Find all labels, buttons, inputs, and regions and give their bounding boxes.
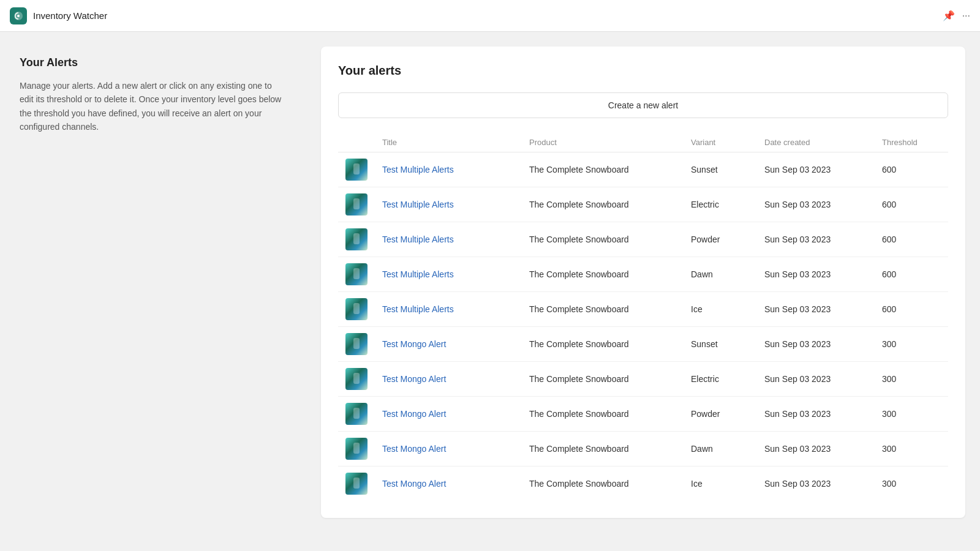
- date-created-cell: Sun Sep 03 2023: [757, 257, 875, 292]
- date-created-cell: Sun Sep 03 2023: [757, 222, 875, 257]
- variant-cell: Dawn: [684, 257, 757, 292]
- content-area: Your alerts Create a new alert Title Pro…: [306, 32, 980, 551]
- sidebar-heading: Your Alerts: [20, 56, 287, 69]
- card-title: Your alerts: [338, 64, 948, 78]
- date-created-cell: Sun Sep 03 2023: [757, 432, 875, 467]
- threshold-cell: 600: [875, 292, 948, 327]
- product-thumbnail-cell: [338, 327, 375, 362]
- date-created-cell: Sun Sep 03 2023: [757, 397, 875, 432]
- threshold-cell: 600: [875, 222, 948, 257]
- app-title: Inventory Watcher: [33, 10, 107, 21]
- table-row: Test Mongo AlertThe Complete SnowboardIc…: [338, 467, 948, 501]
- product-thumbnail-cell: [338, 222, 375, 257]
- col-header-date: Date created: [757, 133, 875, 152]
- product-thumbnail: [345, 368, 368, 390]
- alert-title-link[interactable]: Test Mongo Alert: [382, 479, 446, 489]
- threshold-cell: 600: [875, 257, 948, 292]
- product-thumbnail: [345, 403, 368, 425]
- product-thumbnail-cell: [338, 467, 375, 501]
- product-name-cell: The Complete Snowboard: [522, 152, 684, 187]
- product-name-cell: The Complete Snowboard: [522, 257, 684, 292]
- variant-cell: Electric: [684, 187, 757, 222]
- alert-title-link[interactable]: Test Multiple Alerts: [382, 165, 454, 174]
- date-created-cell: Sun Sep 03 2023: [757, 327, 875, 362]
- alert-title-cell: Test Mongo Alert: [375, 327, 522, 362]
- table-row: Test Multiple AlertsThe Complete Snowboa…: [338, 292, 948, 327]
- product-thumbnail: [345, 438, 368, 460]
- date-created-cell: Sun Sep 03 2023: [757, 362, 875, 397]
- variant-cell: Powder: [684, 222, 757, 257]
- table-row: Test Mongo AlertThe Complete SnowboardDa…: [338, 432, 948, 467]
- pin-icon[interactable]: 📌: [943, 10, 955, 21]
- product-name-cell: The Complete Snowboard: [522, 432, 684, 467]
- product-name-cell: The Complete Snowboard: [522, 467, 684, 501]
- product-thumbnail-cell: [338, 292, 375, 327]
- alert-title-cell: Test Multiple Alerts: [375, 222, 522, 257]
- alert-title-cell: Test Mongo Alert: [375, 467, 522, 501]
- top-bar: Inventory Watcher 📌 ···: [0, 0, 980, 32]
- col-header-product: Product: [522, 133, 684, 152]
- product-name-cell: The Complete Snowboard: [522, 397, 684, 432]
- alert-title-link[interactable]: Test Mongo Alert: [382, 444, 446, 454]
- variant-cell: Sunset: [684, 152, 757, 187]
- table-header-row: Title Product Variant Date created Thres…: [338, 133, 948, 152]
- threshold-cell: 600: [875, 152, 948, 187]
- alert-title-link[interactable]: Test Multiple Alerts: [382, 234, 454, 244]
- alert-title-cell: Test Mongo Alert: [375, 397, 522, 432]
- alert-title-cell: Test Multiple Alerts: [375, 152, 522, 187]
- product-name-cell: The Complete Snowboard: [522, 292, 684, 327]
- variant-cell: Ice: [684, 467, 757, 501]
- more-menu-button[interactable]: ···: [962, 10, 970, 21]
- alert-title-cell: Test Mongo Alert: [375, 362, 522, 397]
- threshold-cell: 300: [875, 397, 948, 432]
- main-layout: Your Alerts Manage your alerts. Add a ne…: [0, 32, 980, 551]
- product-thumbnail-cell: [338, 257, 375, 292]
- svg-point-1: [17, 15, 20, 17]
- alert-title-cell: Test Multiple Alerts: [375, 257, 522, 292]
- product-thumbnail: [345, 473, 368, 495]
- col-header-threshold: Threshold: [875, 133, 948, 152]
- alert-title-cell: Test Mongo Alert: [375, 432, 522, 467]
- threshold-cell: 300: [875, 432, 948, 467]
- threshold-cell: 300: [875, 327, 948, 362]
- date-created-cell: Sun Sep 03 2023: [757, 292, 875, 327]
- alert-title-link[interactable]: Test Multiple Alerts: [382, 269, 454, 279]
- alert-title-link[interactable]: Test Multiple Alerts: [382, 200, 454, 209]
- product-thumbnail: [345, 263, 368, 285]
- alert-title-link[interactable]: Test Multiple Alerts: [382, 304, 454, 314]
- table-row: Test Multiple AlertsThe Complete Snowboa…: [338, 187, 948, 222]
- alert-title-link[interactable]: Test Mongo Alert: [382, 409, 446, 419]
- date-created-cell: Sun Sep 03 2023: [757, 467, 875, 501]
- col-header-variant: Variant: [684, 133, 757, 152]
- product-name-cell: The Complete Snowboard: [522, 327, 684, 362]
- alert-title-link[interactable]: Test Mongo Alert: [382, 374, 446, 384]
- threshold-cell: 300: [875, 362, 948, 397]
- date-created-cell: Sun Sep 03 2023: [757, 152, 875, 187]
- variant-cell: Dawn: [684, 432, 757, 467]
- product-thumbnail: [345, 159, 368, 181]
- table-row: Test Multiple AlertsThe Complete Snowboa…: [338, 222, 948, 257]
- variant-cell: Ice: [684, 292, 757, 327]
- alerts-card: Your alerts Create a new alert Title Pro…: [321, 47, 965, 518]
- sidebar-description: Manage your alerts. Add a new alert or c…: [20, 79, 287, 134]
- product-thumbnail: [345, 228, 368, 250]
- product-name-cell: The Complete Snowboard: [522, 187, 684, 222]
- col-header-title: Title: [375, 133, 522, 152]
- create-alert-button[interactable]: Create a new alert: [338, 92, 948, 118]
- app-branding: Inventory Watcher: [10, 7, 107, 24]
- product-thumbnail: [345, 298, 368, 320]
- table-row: Test Multiple AlertsThe Complete Snowboa…: [338, 257, 948, 292]
- threshold-cell: 600: [875, 187, 948, 222]
- variant-cell: Electric: [684, 362, 757, 397]
- product-thumbnail-cell: [338, 152, 375, 187]
- product-thumbnail-cell: [338, 362, 375, 397]
- alert-title-link[interactable]: Test Mongo Alert: [382, 339, 446, 349]
- app-icon: [10, 7, 27, 24]
- sidebar: Your Alerts Manage your alerts. Add a ne…: [0, 32, 306, 551]
- col-header-thumb: [338, 133, 375, 152]
- table-row: Test Mongo AlertThe Complete SnowboardSu…: [338, 327, 948, 362]
- alert-title-cell: Test Multiple Alerts: [375, 292, 522, 327]
- product-name-cell: The Complete Snowboard: [522, 222, 684, 257]
- table-row: Test Mongo AlertThe Complete SnowboardPo…: [338, 397, 948, 432]
- variant-cell: Powder: [684, 397, 757, 432]
